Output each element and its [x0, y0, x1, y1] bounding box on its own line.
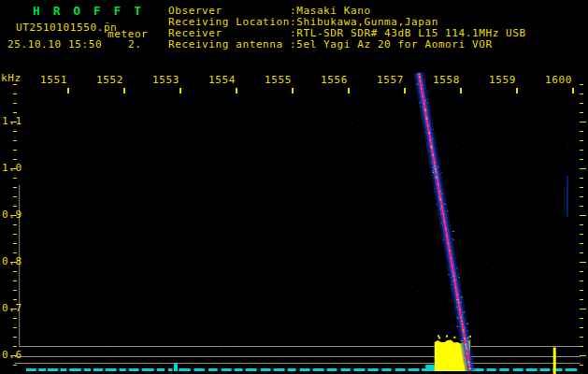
noise-dot [302, 236, 303, 237]
noise-dot [573, 107, 574, 108]
noise-dot [120, 257, 121, 258]
streak-speckle [432, 138, 434, 139]
noise-dot [268, 283, 269, 284]
level-trace-segment [313, 368, 324, 371]
noise-dot [422, 293, 423, 294]
streak-speckle [465, 329, 466, 330]
level-trace-segment [409, 368, 420, 371]
y-tick-left [13, 327, 17, 328]
streak-speckle [473, 354, 474, 355]
noise-dot [351, 122, 352, 123]
noise-dot [402, 311, 403, 312]
noise-dot [296, 205, 297, 206]
noise-dot [345, 151, 346, 151]
noise-dot [51, 347, 52, 348]
y-tick-label: 1.1 [2, 116, 22, 127]
streak-speckle [463, 312, 465, 313]
noise-dot [301, 149, 302, 150]
level-trace-segment [174, 364, 178, 371]
noise-dot [175, 105, 176, 106]
noise-dot [357, 227, 358, 228]
y-tick-left [13, 337, 17, 338]
faint-carrier-halo [564, 185, 565, 212]
noise-dot [136, 359, 137, 360]
noise-dot [445, 154, 446, 155]
noise-dot [323, 194, 323, 195]
noise-dot [378, 353, 379, 354]
streak-speckle [455, 276, 456, 277]
noise-dot [284, 190, 285, 191]
noise-dot [65, 230, 66, 231]
streak-speckle [426, 143, 428, 144]
noise-dot [92, 124, 93, 125]
streak-speckle [437, 166, 439, 167]
noise-dot [271, 256, 272, 257]
x-tick [179, 88, 181, 94]
noise-dot [77, 355, 78, 356]
streak-speckle [456, 268, 457, 269]
streak-core-dot [436, 177, 437, 178]
noise-dot [68, 99, 69, 100]
streak-speckle [417, 83, 418, 84]
noise-dot [143, 128, 144, 129]
streak-speckle [427, 110, 428, 111]
noise-dot [553, 119, 554, 120]
streak-core-dot [432, 154, 434, 155]
level-trace-segment [222, 368, 232, 371]
noise-dot [352, 263, 353, 264]
noise-dot [201, 322, 202, 323]
noise-dot [309, 208, 310, 209]
noise-dot [87, 84, 88, 85]
noise-dot [532, 266, 533, 267]
noise-dot [283, 255, 284, 256]
noise-dot [405, 231, 406, 232]
noise-dot [101, 91, 102, 92]
noise-dot [203, 182, 204, 183]
streak-speckle [424, 132, 425, 133]
noise-dot [258, 222, 259, 223]
streak-speckle [448, 270, 449, 271]
level-trace-segment [540, 368, 551, 371]
noise-dot [76, 273, 77, 274]
noise-dot [98, 332, 99, 333]
noise-dot [90, 99, 91, 100]
noise-dot [258, 91, 259, 92]
noise-dot [421, 360, 422, 361]
streak-speckle [435, 142, 436, 143]
noise-dot [108, 105, 109, 106]
noise-dot [58, 300, 59, 301]
noise-dot [220, 259, 221, 260]
y-tick-left [13, 206, 17, 207]
noise-dot [395, 164, 396, 165]
noise-dot [554, 235, 555, 236]
x-tick-label: 1552 [95, 75, 123, 86]
streak-speckle [462, 299, 463, 300]
noise-dot [190, 331, 191, 332]
noise-dot [19, 181, 20, 182]
noise-dot [452, 299, 452, 300]
y-tick-left [13, 112, 17, 113]
noise-dot [96, 181, 97, 182]
noise-dot [78, 219, 79, 220]
y-tick-left [13, 131, 17, 132]
noise-dot [50, 252, 50, 252]
streak-speckle [447, 218, 448, 219]
noise-dot [63, 119, 64, 120]
noise-dot [190, 277, 191, 278]
noise-dot [308, 137, 309, 137]
noise-dot [337, 144, 338, 145]
level-trace-segment [235, 368, 243, 371]
noise-dot [49, 134, 50, 135]
noise-dot [309, 165, 310, 166]
level-trace-segment [513, 368, 523, 371]
noise-dot [452, 222, 453, 223]
y-tick-right [580, 224, 583, 225]
noise-dot [496, 208, 497, 209]
y-tick-left [13, 187, 17, 188]
noise-dot [363, 255, 364, 256]
noise-dot [355, 235, 356, 236]
y-tick-right [580, 365, 583, 366]
streak-core-dot [466, 348, 467, 349]
noise-dot [310, 295, 311, 295]
level-trace-segment [168, 368, 173, 371]
